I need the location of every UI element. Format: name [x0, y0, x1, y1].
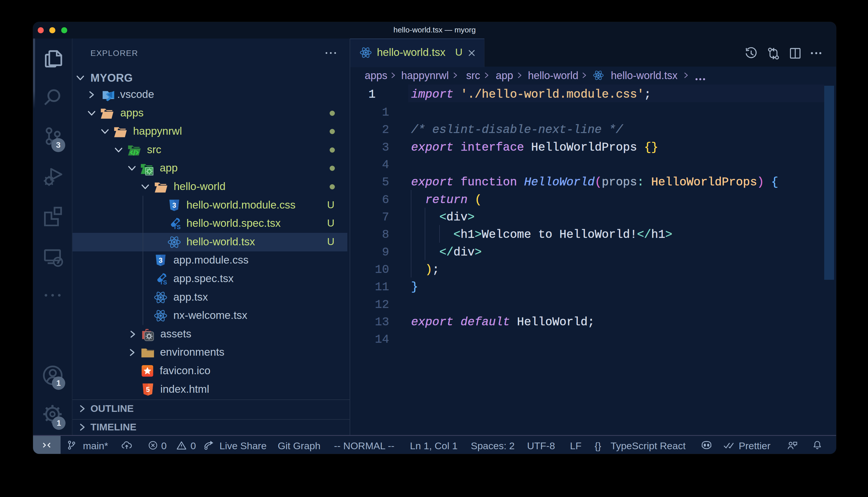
svg-text:TS: TS [174, 224, 181, 230]
svg-text:3: 3 [159, 256, 162, 264]
svg-text:TS: TS [160, 279, 167, 286]
svg-text:3: 3 [172, 201, 176, 209]
svg-text:5: 5 [146, 385, 150, 393]
